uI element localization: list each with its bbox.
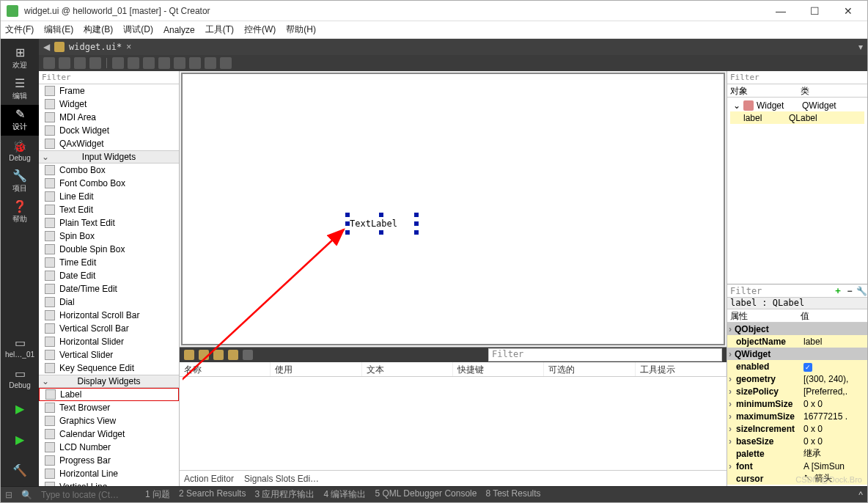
action-new-icon[interactable] xyxy=(184,350,194,360)
tool-layout-v[interactable] xyxy=(128,57,139,69)
maximize-button[interactable]: ☐ xyxy=(804,5,825,17)
mode-Debug[interactable]: 🐞Debug xyxy=(1,136,39,166)
column-header[interactable]: 可选的 xyxy=(544,362,635,376)
menu-item[interactable]: 编辑(E) xyxy=(44,23,73,36)
widget-item-text-browser[interactable]: Text Browser xyxy=(39,401,179,414)
output-pane-button[interactable]: 4 编译输出 xyxy=(323,488,366,501)
widget-item-vertical-scroll-bar[interactable]: Vertical Scroll Bar xyxy=(39,322,179,335)
tool-layout-h[interactable] xyxy=(112,57,124,69)
widget-item-label[interactable]: Label xyxy=(39,388,179,401)
column-header[interactable]: 使用 xyxy=(271,362,361,376)
property-settings-icon[interactable]: 🔧 xyxy=(856,285,867,297)
widget-item-time-edit[interactable]: Time Edit xyxy=(39,256,179,269)
widget-item-vertical-slider[interactable]: Vertical Slider xyxy=(39,348,179,361)
menu-item[interactable]: 工具(T) xyxy=(205,23,234,36)
add-property-icon[interactable]: ＋ xyxy=(832,285,844,297)
widget-item-dock-widget[interactable]: Dock Widget xyxy=(39,124,179,137)
object-tree-row[interactable]: labelQLabel xyxy=(730,111,864,124)
column-header[interactable]: 值 xyxy=(798,309,868,322)
menu-item[interactable]: 构建(B) xyxy=(84,23,113,36)
mode-项目[interactable]: 🔧项目 xyxy=(1,166,39,197)
widget-group-header[interactable]: ⌄Display Widgets xyxy=(39,375,179,388)
output-pane-button[interactable]: 1 问题 xyxy=(145,488,170,501)
kit-button[interactable]: ▭Debug xyxy=(1,363,39,394)
widget-item-horizontal-slider[interactable]: Horizontal Slider xyxy=(39,335,179,348)
widget-item-frame[interactable]: Frame xyxy=(39,84,179,98)
tool-edit-signals[interactable] xyxy=(59,57,70,69)
tool-adjust-size[interactable] xyxy=(220,57,232,69)
property-row[interactable]: geometry[(300, 240), xyxy=(727,372,867,385)
locator-input[interactable] xyxy=(41,490,136,500)
property-row[interactable]: enabled✓ xyxy=(727,360,867,372)
widget-item-key-sequence-edit[interactable]: Key Sequence Edit xyxy=(39,361,179,375)
property-row[interactable]: sizePolicy[Preferred,. xyxy=(727,385,867,397)
widget-item-spin-box[interactable]: Spin Box xyxy=(39,230,179,243)
output-pane-button[interactable]: 8 Test Results xyxy=(485,488,540,501)
tool-layout-vs[interactable] xyxy=(158,57,170,69)
label-widget[interactable]: TextLabel xyxy=(348,216,416,232)
property-row[interactable]: baseSize0 x 0 xyxy=(727,435,867,447)
action-delete-icon[interactable] xyxy=(228,350,238,360)
panel-tab[interactable]: Action Editor xyxy=(184,474,234,484)
widget-item-horizontal-scroll-bar[interactable]: Horizontal Scroll Bar xyxy=(39,309,179,322)
column-header[interactable]: 对象 xyxy=(727,84,798,97)
kit-button[interactable]: ▶ xyxy=(1,425,39,455)
action-edit-icon[interactable] xyxy=(243,350,253,360)
property-filter[interactable]: Filter xyxy=(727,286,832,296)
menu-item[interactable]: 调试(D) xyxy=(123,23,153,36)
widget-item-font-combo-box[interactable]: Font Combo Box xyxy=(39,177,179,190)
property-row[interactable]: maximumSize16777215 . xyxy=(727,410,867,422)
property-row[interactable]: objectNamelabel xyxy=(727,335,867,348)
tab-dropdown-icon[interactable]: ▾ xyxy=(858,42,863,52)
object-tree-row[interactable]: ⌄WidgetQWidget xyxy=(730,99,864,111)
tool-edit-buddies[interactable] xyxy=(74,57,86,69)
tool-layout-grid[interactable] xyxy=(174,57,185,69)
tool-layout-form[interactable] xyxy=(189,57,201,69)
tool-edit-widgets[interactable] xyxy=(43,57,55,69)
menu-item[interactable]: Analyze xyxy=(163,25,195,35)
property-row[interactable]: fontA [SimSun xyxy=(727,460,867,472)
tool-break-layout[interactable] xyxy=(205,57,216,69)
menu-item[interactable]: 文件(F) xyxy=(5,23,34,36)
kit-button[interactable]: 🔨 xyxy=(1,455,39,486)
widget-item-calendar-widget[interactable]: Calendar Widget xyxy=(39,427,179,441)
close-output-icon[interactable]: ^ xyxy=(858,490,863,500)
widget-item-graphics-view[interactable]: Graphics View xyxy=(39,414,179,427)
tab-filename[interactable]: widget.ui* xyxy=(69,42,122,52)
object-filter[interactable]: Filter xyxy=(727,71,867,84)
mode-欢迎[interactable]: ⊞欢迎 xyxy=(1,43,39,74)
widget-item-horizontal-line[interactable]: Horizontal Line xyxy=(39,467,179,480)
column-header[interactable]: 名称 xyxy=(180,362,271,376)
column-header[interactable]: 类 xyxy=(798,84,868,97)
mode-设计[interactable]: ✎设计 xyxy=(1,105,39,136)
output-pane-button[interactable]: 2 Search Results xyxy=(179,488,246,501)
column-header[interactable]: 快捷键 xyxy=(453,362,544,376)
tab-close-icon[interactable]: × xyxy=(126,42,131,52)
widget-item-vertical-line[interactable]: Vertical Line xyxy=(39,480,179,486)
remove-property-icon[interactable]: − xyxy=(844,285,856,297)
property-row[interactable]: QObject xyxy=(727,323,867,335)
close-button[interactable]: ✕ xyxy=(838,5,858,17)
form-canvas[interactable]: TextLabel xyxy=(181,73,725,345)
property-row[interactable]: minimumSize0 x 0 xyxy=(727,397,867,410)
widget-item-dial[interactable]: Dial xyxy=(39,295,179,309)
widget-item-qaxwidget[interactable]: QAxWidget xyxy=(39,137,179,150)
column-header[interactable]: 属性 xyxy=(727,309,798,322)
action-filter[interactable]: Filter xyxy=(488,348,722,361)
menu-item[interactable]: 帮助(H) xyxy=(286,23,316,36)
widget-item-mdi-area[interactable]: MDI Area xyxy=(39,111,179,124)
tool-layout-hs[interactable] xyxy=(143,57,155,69)
widget-box-filter[interactable]: Filter xyxy=(39,71,179,84)
column-header[interactable]: 文本 xyxy=(362,362,453,376)
widget-item-lcd-number[interactable]: LCD Number xyxy=(39,441,179,454)
output-pane-button[interactable]: 3 应用程序输出 xyxy=(254,488,315,501)
column-header[interactable]: 工具提示 xyxy=(636,362,727,376)
minimize-button[interactable]: — xyxy=(770,5,791,17)
output-pane-button[interactable]: 5 QML Debugger Console xyxy=(375,488,477,501)
widget-item-date/time-edit[interactable]: Date/Time Edit xyxy=(39,282,179,295)
action-paste-icon[interactable] xyxy=(213,350,224,360)
close-pane-icon[interactable]: ⊟ xyxy=(5,490,12,500)
menu-item[interactable]: 控件(W) xyxy=(244,23,276,36)
mode-帮助[interactable]: ❓帮助 xyxy=(1,197,39,228)
widget-item-widget[interactable]: Widget xyxy=(39,98,179,111)
